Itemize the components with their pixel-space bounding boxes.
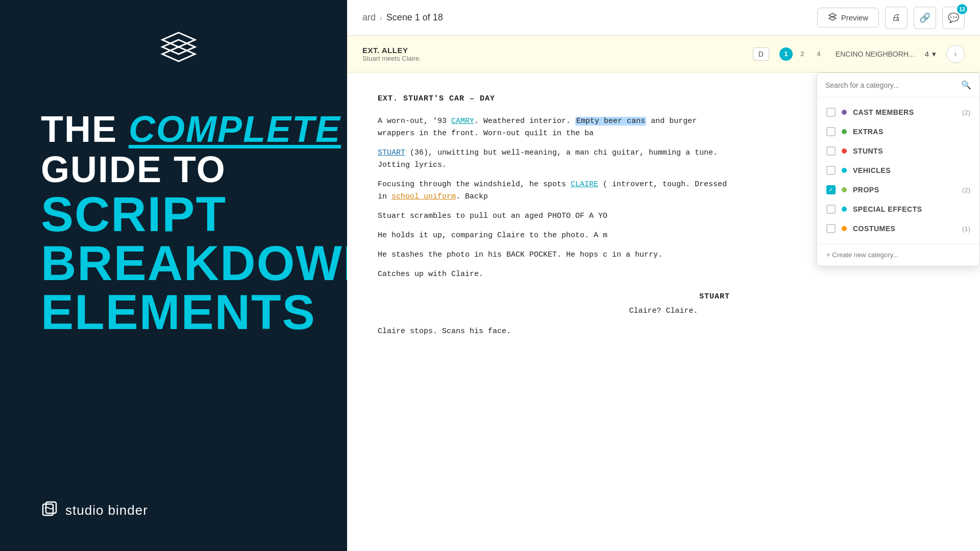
left-panel: THE COMPLETE GUIDE TO SCRIPT BREAKDOWN E… bbox=[0, 0, 347, 551]
claire-link[interactable]: CLAIRE bbox=[571, 180, 598, 189]
scene-name: EXT. ALLEY bbox=[362, 46, 743, 55]
count-chevron: ▾ bbox=[932, 49, 936, 59]
stunts-label: STUNTS bbox=[853, 147, 964, 155]
camry-link[interactable]: CAMRY bbox=[451, 117, 474, 126]
script-para-2: STUART (36), unwitting but well-meaning,… bbox=[378, 147, 735, 171]
comment-button[interactable]: 💬 12 bbox=[942, 7, 965, 29]
title-prefix: THE bbox=[41, 109, 129, 149]
script-para-6: He stashes the photo in his BACK POCKET.… bbox=[378, 249, 735, 261]
print-button[interactable]: 🖨 bbox=[885, 7, 908, 29]
dialogue-1: Claire? Claire. bbox=[378, 305, 949, 317]
studio-binder-logo: studio binder bbox=[41, 480, 148, 520]
special-effects-checkbox[interactable] bbox=[826, 205, 836, 214]
para3-prefix: Focusing through the windshield, he spot… bbox=[378, 180, 571, 189]
page-2[interactable]: 2 bbox=[796, 47, 809, 61]
school-uniform-link[interactable]: school uniform bbox=[391, 192, 456, 201]
scene-header-row: EXT. ALLEY Stuart meets Claire. D 1 2 4 … bbox=[347, 36, 980, 72]
studio-binder-text: studio binder bbox=[65, 503, 148, 518]
breadcrumb-chevron: › bbox=[380, 14, 382, 22]
script-para-5: He holds it up, comparing Claire to the … bbox=[378, 230, 735, 242]
main-content: EXT. STUART'S CAR – DAY A worn-out, '93 … bbox=[347, 72, 980, 551]
scene-location: ENCINO NEIGHBORH... bbox=[836, 50, 915, 58]
title-line-3: SCRIPT bbox=[41, 190, 379, 239]
comment-badge: 12 bbox=[957, 4, 967, 14]
title-line-4: BREAKDOWN bbox=[41, 239, 379, 288]
special-effects-dot bbox=[842, 207, 847, 212]
script-para-4: Stuart scrambles to pull out an aged PHO… bbox=[378, 210, 735, 222]
title-block: THE COMPLETE GUIDE TO SCRIPT BREAKDOWN E… bbox=[41, 99, 379, 480]
script-para-7: Catches up with Claire. bbox=[378, 268, 735, 281]
page-1[interactable]: 1 bbox=[779, 47, 793, 61]
script-para-8: Claire stops. Scans his face. bbox=[378, 325, 735, 338]
stuart-link[interactable]: STUART bbox=[378, 148, 405, 157]
cast-members-checkbox[interactable] bbox=[826, 108, 836, 117]
costumes-dot bbox=[842, 226, 847, 231]
category-special-effects[interactable]: SPECIAL EFFECTS bbox=[817, 199, 979, 219]
vehicles-dot bbox=[842, 168, 847, 173]
para2-suffix: (36), unwitting but well-meaning, a man … bbox=[378, 148, 718, 169]
scene-info: EXT. ALLEY Stuart meets Claire. bbox=[362, 46, 743, 62]
extras-label: EXTRAS bbox=[853, 128, 964, 136]
link-icon: 🔗 bbox=[919, 12, 930, 23]
category-props[interactable]: ✓ PROPS (2) bbox=[817, 180, 979, 199]
category-stunts[interactable]: STUNTS bbox=[817, 141, 979, 161]
vehicles-checkbox[interactable] bbox=[826, 166, 836, 175]
breadcrumb: ard › Scene 1 of 18 bbox=[362, 12, 443, 23]
title-emphasis: COMPLETE bbox=[129, 109, 341, 149]
logo-area bbox=[158, 31, 199, 68]
props-label: PROPS bbox=[853, 186, 956, 194]
category-costumes[interactable]: COSTUMES (1) bbox=[817, 219, 979, 238]
para3-end: . Backp bbox=[456, 192, 488, 201]
count-value: 4 bbox=[925, 49, 929, 58]
vehicles-label: VEHICLES bbox=[853, 166, 964, 174]
category-search: 🔍 bbox=[817, 73, 979, 97]
para1-mid: . Weathered interior. bbox=[474, 117, 575, 126]
top-bar: ard › Scene 1 of 18 Preview 🖨 🔗 bbox=[347, 0, 980, 36]
title-line-1: THE COMPLETE bbox=[41, 109, 379, 149]
comment-icon: 💬 bbox=[948, 12, 959, 23]
scene-pages: 1 2 4 bbox=[779, 47, 825, 61]
props-checkbox[interactable]: ✓ bbox=[826, 185, 836, 194]
category-cast-members[interactable]: CAST MEMBERS (2) bbox=[817, 103, 979, 122]
breadcrumb-board[interactable]: ard bbox=[362, 12, 376, 23]
link-button[interactable]: 🔗 bbox=[914, 7, 936, 29]
print-icon: 🖨 bbox=[892, 12, 901, 23]
special-effects-label: SPECIAL EFFECTS bbox=[853, 205, 964, 213]
category-dropdown: 🔍 CAST MEMBERS (2) EXTRAS bbox=[817, 72, 980, 266]
page-4[interactable]: 4 bbox=[812, 47, 825, 61]
stunts-checkbox[interactable] bbox=[826, 146, 836, 156]
title-line-5: ELEMENTS bbox=[41, 288, 379, 337]
toolbar-right: Preview 🖨 🔗 💬 12 bbox=[817, 7, 965, 29]
studio-binder-icon bbox=[41, 500, 59, 520]
preview-label: Preview bbox=[841, 13, 868, 22]
preview-button[interactable]: Preview bbox=[817, 8, 879, 28]
costumes-label: COSTUMES bbox=[853, 224, 956, 233]
scene-desc: Stuart meets Claire. bbox=[362, 55, 743, 62]
script-para-3: Focusing through the windshield, he spot… bbox=[378, 179, 735, 203]
para1-prefix: A worn-out, '93 bbox=[378, 117, 451, 126]
scene-nav-next[interactable]: › bbox=[946, 45, 965, 63]
costumes-count: (1) bbox=[962, 225, 970, 233]
extras-checkbox[interactable] bbox=[826, 127, 836, 136]
script-para-1: A worn-out, '93 CAMRY. Weathered interio… bbox=[378, 115, 735, 140]
create-new-category[interactable]: + Create new category... bbox=[817, 243, 979, 266]
scene-time-of-day: D bbox=[753, 47, 769, 61]
category-extras[interactable]: EXTRAS bbox=[817, 122, 979, 141]
search-icon[interactable]: 🔍 bbox=[961, 80, 971, 90]
cast-members-count: (2) bbox=[962, 109, 970, 116]
character-name-stuart: STUART bbox=[378, 291, 949, 303]
extras-dot bbox=[842, 129, 847, 134]
category-search-input[interactable] bbox=[825, 81, 957, 89]
category-vehicles[interactable]: VEHICLES bbox=[817, 161, 979, 180]
stacked-layers-icon bbox=[158, 31, 199, 68]
right-panel: ard › Scene 1 of 18 Preview 🖨 🔗 bbox=[347, 0, 980, 551]
props-dot bbox=[842, 187, 847, 192]
category-list: CAST MEMBERS (2) EXTRAS STUNTS bbox=[817, 97, 979, 243]
breadcrumb-scene: Scene 1 of 18 bbox=[386, 12, 443, 23]
empty-beer-cans-highlight: Empty beer cans bbox=[575, 117, 646, 126]
scene-count: 4 ▾ bbox=[925, 49, 936, 59]
stunts-dot bbox=[842, 148, 847, 154]
title-line-2: GUIDE TO bbox=[41, 149, 379, 190]
props-count: (2) bbox=[962, 186, 970, 194]
costumes-checkbox[interactable] bbox=[826, 224, 836, 233]
